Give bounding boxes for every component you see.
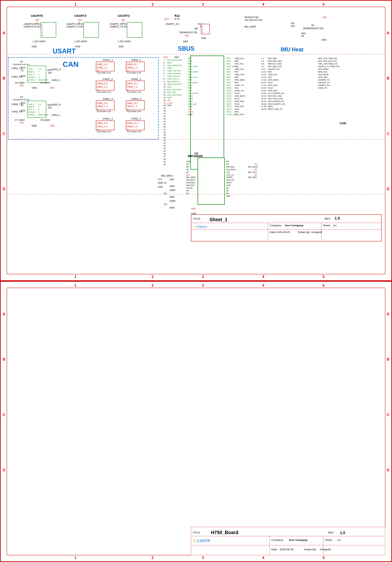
svg-text:NC: NC <box>226 190 229 192</box>
svg-text:RXD VREF: RXD VREF <box>38 114 49 116</box>
svg-text:GND: GND <box>226 184 231 186</box>
svg-text:12: 12 <box>163 89 166 91</box>
svg-text:+5V: +5V <box>35 19 39 21</box>
svg-text:TIM1_CH2  TIM3_CH1: TIM1_CH2 TIM3_CH1 <box>318 63 338 65</box>
svg-text:USART3_TX: USART3_TX <box>318 82 329 84</box>
svg-text:TIM2_CH1: TIM2_CH1 <box>188 76 198 78</box>
svg-text:36: 36 <box>163 153 166 155</box>
svg-text:CAN1_H 1: CAN1_H 1 <box>127 122 138 125</box>
svg-text:CAN1_L: CAN1_L <box>52 79 60 82</box>
svg-text:TIM3_SCL: TIM3_SCL <box>234 57 244 59</box>
svg-text:9: 9 <box>163 81 165 83</box>
svg-text:PB8: PB8 <box>234 60 238 62</box>
svg-text:2N3904(SOT-23): 2N3904(SOT-23) <box>303 27 323 30</box>
svg-text:23: 23 <box>163 118 166 120</box>
svg-text:27 28: 27 28 <box>261 92 267 94</box>
svg-text:13 14: 13 14 <box>261 74 267 76</box>
svg-text:PB5   I2C4_SDA: PB5 I2C4_SDA <box>268 63 282 65</box>
svg-text:R22: R22 <box>48 104 52 106</box>
svg-text:26: 26 <box>163 126 166 128</box>
svg-text:CAN2_L: CAN2_L <box>52 114 60 116</box>
svg-text:GND: GND <box>169 196 174 198</box>
sheet2-row-label-c-right: C <box>387 413 389 417</box>
svg-text:C1: C1 <box>164 182 167 184</box>
svg-text:TIM3_CH4 LA: TIM3_CH4 LA <box>167 75 180 77</box>
svg-text:PE2: PE2 <box>188 57 192 59</box>
svg-text:SPI3_SCK: SPI3_SCK <box>234 113 244 115</box>
svg-text:PE6: PE6 <box>167 86 171 88</box>
svg-text:31 32: 31 32 <box>261 98 267 100</box>
svg-text:R9: R9 <box>291 22 294 25</box>
svg-text:29: 29 <box>163 134 166 136</box>
svg-text:IMU_NSS: IMU_NSS <box>248 176 257 178</box>
svg-text:PB4: PB4 <box>234 71 238 73</box>
svg-text:3V3: 3V3 <box>50 87 55 89</box>
svg-text:NRST: NRST <box>167 62 173 64</box>
svg-text:CAN: CAN <box>340 122 346 125</box>
svg-text:2N3904(SOT-23): 2N3904(SOT-23) <box>179 31 197 34</box>
svg-rect-25 <box>127 22 142 38</box>
svg-text:I2C4_SCL: I2C4_SCL <box>234 63 244 65</box>
svg-text:+5V: +5V <box>78 19 82 21</box>
svg-text:⚡立创EDA: ⚡立创EDA <box>192 538 210 543</box>
sheet-2: A B C D A B C D 1 2 3 4 5 1 2 3 4 5 TITL… <box>0 281 392 562</box>
svg-text:PD6: PD6 <box>227 76 231 78</box>
svg-text:PD1: PD1 <box>234 87 238 89</box>
svg-text:REV:: REV: <box>328 531 334 534</box>
svg-text:7 8: 7 8 <box>261 65 264 67</box>
svg-text:IMU_HEAT: IMU_HEAT <box>244 26 256 28</box>
svg-text:1/1: 1/1 <box>337 538 341 542</box>
svg-text:PD9: PD9 <box>227 84 231 86</box>
svg-text:+5V: +5V <box>121 19 125 21</box>
svg-text:29 30: 29 30 <box>261 95 267 97</box>
svg-text:31: 31 <box>163 139 166 141</box>
svg-text:25: 25 <box>163 123 166 125</box>
svg-text:PA12: PA12 <box>268 87 273 89</box>
svg-text:37 38: 37 38 <box>261 105 267 107</box>
sheet2-col-label-2-bottom: 2 <box>152 556 154 560</box>
svg-text:USART6: USART6 <box>31 14 43 17</box>
svg-text:MPU6500: MPU6500 <box>188 154 203 158</box>
svg-text:Drawn By:: Drawn By: <box>298 231 311 234</box>
sheet2-col-label-2-top: 2 <box>152 283 154 287</box>
svg-text:4: 4 <box>163 67 165 69</box>
svg-text:C3: C3 <box>164 203 167 205</box>
svg-text:PB9   SPI2_NSS: PB9 SPI2_NSS <box>268 60 282 62</box>
svg-text:15 16: 15 16 <box>261 76 267 78</box>
sheet2-col-label-5-bottom: 5 <box>323 556 325 560</box>
svg-text:CAN2_2: CAN2_2 <box>131 78 142 81</box>
svg-text:C4 100nf: C4 100nf <box>15 82 24 84</box>
svg-text:PC11: PC11 <box>234 98 240 100</box>
svg-text:GND: GND <box>158 182 163 184</box>
svg-text:CAN1_RX: CAN1_RX <box>234 90 244 92</box>
svg-text:Sheet:: Sheet: <box>323 224 331 227</box>
svg-text:Drawn By:: Drawn By: <box>304 548 317 551</box>
svg-text:R5  R6  R7  R8: R5 R6 R7 R8 <box>244 16 258 18</box>
title-block-sheet2: TITLE: H750_Board REV: 1.0 ⚡立创EDA Compan… <box>191 527 385 555</box>
svg-text:19 20: 19 20 <box>261 82 267 84</box>
sheet2-row-label-d-right: D <box>387 468 389 472</box>
svg-text:PE4: PE4 <box>188 63 192 65</box>
svg-text:I2C3_SCL: I2C3_SCL <box>188 103 197 105</box>
svg-text:CAN1_H: CAN1_H <box>52 68 61 71</box>
svg-text:C7 100nf: C7 100nf <box>15 119 24 121</box>
svg-text:USART: USART <box>53 47 76 55</box>
svg-rect-344 <box>198 158 225 204</box>
svg-text:Sheet:: Sheet: <box>325 538 333 542</box>
svg-text:1 3V3: 1 3V3 <box>188 111 193 113</box>
svg-text:NC: NC <box>186 163 189 165</box>
svg-text:NC: NC <box>226 187 229 189</box>
svg-text:PB7   TIM1_CH2: PB7 TIM1_CH2 <box>268 65 282 67</box>
svg-text:CAN1_L 2: CAN1_L 2 <box>97 66 107 69</box>
svg-text:3V3: 3V3 <box>191 207 195 210</box>
svg-text:PB15  USART1_RX: PB15 USART1_RX <box>268 103 285 105</box>
svg-text:27: 27 <box>163 129 166 131</box>
svg-text:7: 7 <box>163 75 165 77</box>
svg-text:VBAT: VBAT <box>167 67 172 69</box>
svg-text:GND: GND <box>32 87 37 89</box>
svg-text:PB7: PB7 <box>188 87 192 89</box>
svg-text:+5V: +5V <box>19 122 24 124</box>
svg-text:SBUS: SBUS <box>178 45 194 52</box>
svg-text:28: 28 <box>163 131 166 133</box>
svg-text:A1257WR-S-2P: A1257WR-S-2P <box>97 110 111 112</box>
